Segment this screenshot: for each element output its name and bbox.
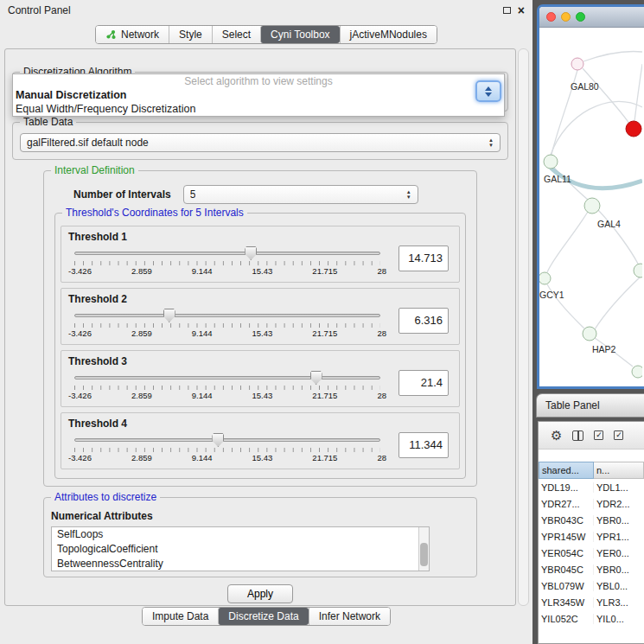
table-row[interactable]: YIL052CYIL0... [539, 610, 644, 627]
tab-cyni-toolbox[interactable]: Cyni Toolbox [260, 26, 339, 43]
scrollbar-thumb[interactable] [420, 543, 428, 567]
network-node[interactable] [571, 58, 583, 70]
tab-infer-network[interactable]: Infer Network [309, 608, 390, 625]
columns-icon[interactable] [572, 430, 583, 441]
threshold-4-value-field[interactable]: 11.344 [399, 432, 449, 458]
threshold-1-slider[interactable] [68, 246, 386, 260]
tab-label: jActiveMNodules [350, 29, 427, 41]
threshold-4-slider[interactable] [68, 433, 386, 447]
zoom-traffic-light[interactable] [576, 12, 585, 22]
group-title: Threshold's Coordinates for 5 Intervals [62, 207, 247, 219]
tab-network[interactable]: Network [96, 26, 169, 43]
table-row[interactable]: YBR045CYBR0... [539, 561, 644, 577]
network-canvas[interactable]: GAL80 GAL11 GAL4 GCY1 HAP2 [539, 28, 642, 388]
list-scrollbar[interactable] [418, 527, 429, 571]
right-region: GAL80 GAL11 GAL4 GCY1 HAP2 Table Panel ⚙… [532, 0, 644, 644]
bottom-tabs-row: Impute Data Discretize Data Infer Networ… [0, 607, 532, 626]
cell: YDR27... [539, 499, 594, 509]
threshold-2-value-field[interactable]: 6.316 [399, 308, 449, 334]
slider-thumb[interactable] [163, 309, 175, 322]
group-title: Attributes to discretize [51, 491, 160, 503]
table-panel-titlebar[interactable]: Table Panel [536, 393, 644, 418]
close-traffic-light[interactable] [546, 12, 556, 22]
tab-select[interactable]: Select [212, 26, 260, 43]
network-node[interactable] [632, 366, 642, 378]
dropdown-placeholder-item[interactable]: Select algorithm to view settings [13, 74, 504, 88]
table-row[interactable]: YER054CYER0... [539, 545, 644, 561]
cell: YIL052C [539, 614, 594, 624]
stepper-arrows-icon: ▲▼ [399, 190, 411, 200]
table-toolbar: ⚙ ✓ ✓ [539, 422, 644, 450]
app-root: Control Panel × Network Style S [0, 0, 644, 644]
table-row[interactable]: YBL079WYBL0... [539, 577, 644, 594]
scale-label: -3.426 [68, 453, 92, 462]
scale-label: 21.715 [312, 328, 337, 338]
table-panel-window: ⚙ ✓ ✓ shared... n... YDL19...YDL1... YDR… [538, 421, 644, 644]
network-node[interactable] [583, 327, 596, 341]
attributes-group: Attributes to discretize Numerical Attri… [43, 497, 477, 577]
threshold-3-value-field[interactable]: 21.4 [399, 370, 449, 396]
network-node[interactable] [584, 198, 600, 214]
table-row[interactable]: YDL19...YDL1... [539, 479, 644, 495]
slider-thumb[interactable] [245, 246, 257, 260]
selected-red-node[interactable] [626, 121, 641, 137]
group-title: Table Data [20, 116, 76, 128]
network-window-titlebar[interactable] [539, 7, 644, 28]
gear-icon[interactable]: ⚙ [551, 428, 562, 443]
column-header-name[interactable]: n... [594, 462, 644, 479]
select-all-checkbox-icon[interactable]: ✓ [594, 430, 603, 440]
network-nodes[interactable] [539, 58, 642, 378]
slider-thumb[interactable] [212, 433, 224, 447]
cell: YLR3... [594, 597, 644, 608]
threshold-1-value-field[interactable]: 14.713 [399, 245, 449, 271]
tab-jactivemnodules[interactable]: jActiveMNodules [340, 26, 437, 43]
apply-button[interactable]: Apply [227, 584, 293, 603]
network-node[interactable] [634, 264, 642, 277]
table-row[interactable]: YDR27...YDR2... [539, 495, 644, 512]
svg-text:GAL80: GAL80 [571, 81, 599, 92]
list-item[interactable]: TopologicalCoefficient [52, 542, 429, 557]
svg-text:GAL4: GAL4 [597, 219, 621, 229]
table-row[interactable]: YLR345WYLR3... [539, 594, 644, 610]
table-body: YDL19...YDL1... YDR27...YDR2... YBR043CY… [539, 479, 644, 627]
list-item[interactable]: BetweennessCentrality [52, 557, 429, 571]
tab-discretize-data[interactable]: Discretize Data [218, 608, 308, 625]
network-node[interactable] [539, 272, 551, 284]
control-panel-titlebar[interactable]: Control Panel × [0, 0, 532, 21]
threshold-3-slider[interactable] [68, 371, 386, 385]
scale-label: 28 [377, 453, 386, 462]
number-of-intervals-select[interactable]: 5 ▲▼ [183, 185, 418, 204]
network-window[interactable]: GAL80 GAL11 GAL4 GCY1 HAP2 [537, 4, 644, 389]
select-columns-checkbox-icon[interactable]: ✓ [614, 430, 623, 440]
dropdown-item-equal-width-frequency[interactable]: Equal Width/Frequency Discretization [13, 102, 504, 116]
tab-impute-data[interactable]: Impute Data [143, 608, 218, 625]
svg-text:HAP2: HAP2 [592, 344, 616, 354]
minimize-traffic-light[interactable] [561, 12, 571, 22]
list-item[interactable]: SelfLoops [52, 527, 429, 542]
table-row[interactable]: YPR145WYPR1... [539, 528, 644, 545]
scale-label: 2.859 [131, 328, 152, 338]
float-window-icon[interactable] [503, 7, 511, 14]
tab-style[interactable]: Style [169, 26, 212, 43]
cell: YBR045C [539, 564, 594, 575]
dropdown-item-manual-discretization[interactable]: Manual Discretization [13, 88, 504, 102]
cell: YBR0... [594, 564, 644, 575]
scale-label: 2.859 [131, 391, 152, 400]
network-node[interactable] [544, 155, 558, 169]
numerical-attributes-list[interactable]: SelfLoops TopologicalCoefficient Between… [51, 526, 430, 571]
group-title: Interval Definition [51, 164, 138, 176]
panel-scrollbar[interactable] [518, 48, 529, 606]
number-of-intervals-row: Number of Intervals 5 ▲▼ [51, 185, 469, 204]
column-header-shared-name[interactable]: shared... [539, 462, 594, 479]
scale-label: 9.144 [192, 328, 213, 338]
table-data-select[interactable]: galFiltered.sif default node ▲▼ [20, 133, 501, 152]
cell: YBL0... [594, 581, 644, 591]
slider-thumb[interactable] [310, 371, 322, 385]
table-row[interactable]: YBR043CYBR0... [539, 512, 644, 528]
algorithm-select-stepper[interactable] [475, 80, 501, 102]
cyni-toolbox-panel: Discretization Algorithm Table Data galF… [4, 48, 516, 606]
threshold-panel-1: Threshold 1 -3.4262.8599.14415.4321.7152… [61, 226, 460, 283]
threshold-2-slider[interactable] [68, 309, 386, 322]
close-icon[interactable]: × [518, 4, 525, 16]
tab-label: Network [121, 29, 159, 41]
